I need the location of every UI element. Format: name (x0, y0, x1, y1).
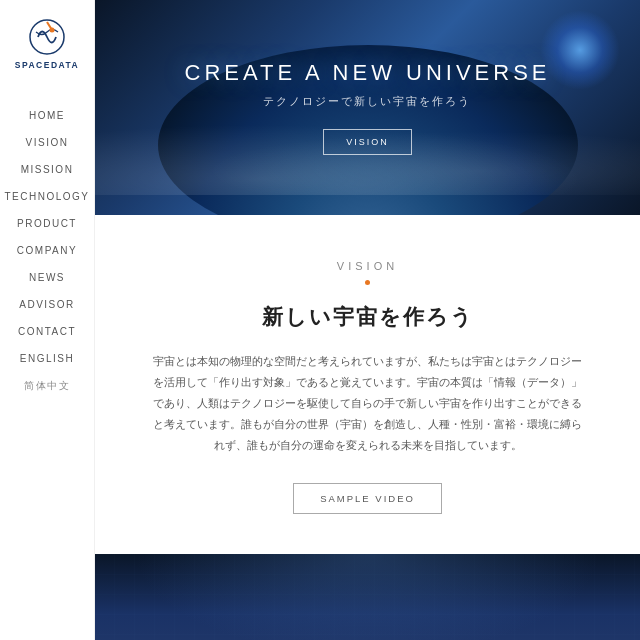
hero-vision-button[interactable]: VISION (323, 129, 412, 155)
hero-title: CREATE A NEW UNIVERSE (185, 60, 551, 86)
vision-label: VISION (135, 260, 600, 272)
hero-text-block: CREATE A NEW UNIVERSE テクノロジーで新しい宇宙を作ろう V… (185, 60, 551, 155)
vision-title: 新しい宇宙を作ろう (135, 303, 600, 331)
nav-item-home[interactable]: HOME (0, 102, 94, 129)
nav-item-technology[interactable]: TECHNOLOGY (0, 183, 94, 210)
vision-body: 宇宙とは本知の物理的な空間だと考えられていますが、私たちは宇宙とはテクノロジーを… (153, 351, 583, 455)
nav-item-vision[interactable]: VISION (0, 129, 94, 156)
nav-item-product[interactable]: PRODUCT (0, 210, 94, 237)
nav-item-news[interactable]: NEWS (0, 264, 94, 291)
logo-area: SPACEDATA (15, 0, 80, 84)
vision-dot (365, 280, 370, 285)
logo-icon (28, 18, 66, 56)
hero-subtitle: テクノロジーで新しい宇宙を作ろう (185, 94, 551, 109)
mission-circuit (95, 554, 640, 640)
vision-section: VISION 新しい宇宙を作ろう 宇宙とは本知の物理的な空間だと考えられています… (95, 215, 640, 554)
logo-text: SPACEDATA (15, 60, 80, 70)
sidebar: SPACEDATA HOME VISION MISSION TECHNOLOGY… (0, 0, 95, 640)
hero-section: CREATE A NEW UNIVERSE テクノロジーで新しい宇宙を作ろう V… (95, 0, 640, 215)
mission-teaser-section: MISSION (95, 554, 640, 640)
nav-item-chinese[interactable]: 简体中文 (0, 372, 94, 401)
nav-item-english[interactable]: ENGLISH (0, 345, 94, 372)
hero-glow-graphic (540, 10, 620, 90)
nav-item-advisor[interactable]: ADVISOR (0, 291, 94, 318)
nav-item-mission[interactable]: MISSION (0, 156, 94, 183)
svg-point-2 (50, 28, 55, 33)
main-content: CREATE A NEW UNIVERSE テクノロジーで新しい宇宙を作ろう V… (95, 0, 640, 640)
nav-item-company[interactable]: COMPANY (0, 237, 94, 264)
nav-menu: HOME VISION MISSION TECHNOLOGY PRODUCT C… (0, 102, 94, 401)
sample-video-button[interactable]: SAMPLE VIDEO (293, 483, 442, 514)
nav-item-contact[interactable]: CONTACT (0, 318, 94, 345)
